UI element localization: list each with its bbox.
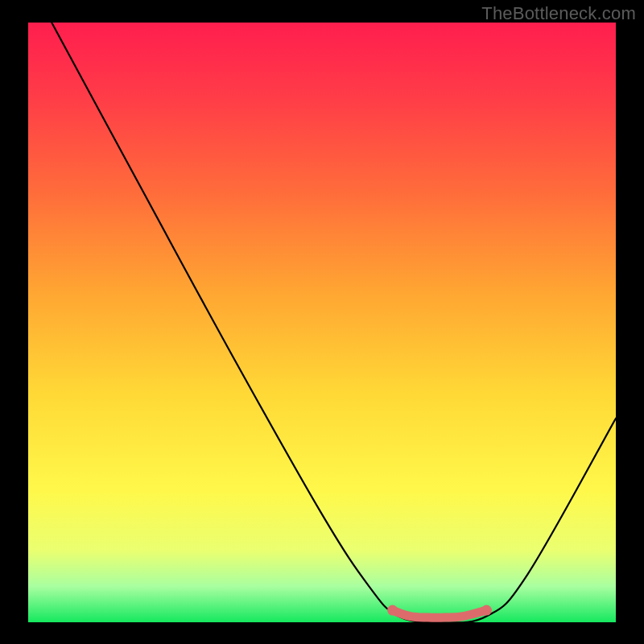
optimal-band (393, 610, 487, 617)
optimal-band-dot-right (481, 605, 492, 616)
plot-area (28, 23, 616, 622)
watermark-text: TheBottleneck.com (481, 3, 636, 24)
chart-frame: TheBottleneck.com (0, 0, 644, 644)
optimal-band-dot-left (387, 605, 398, 616)
bottleneck-curve (52, 23, 616, 622)
chart-svg (28, 23, 616, 622)
